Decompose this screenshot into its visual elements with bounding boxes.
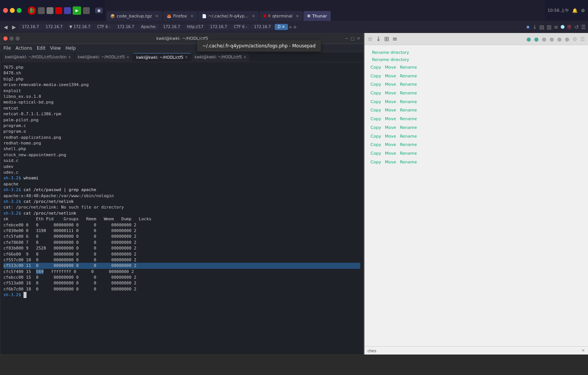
term-tab-3[interactable]: kwkl@kwkl: ~/HODL/ctf5 ✕ [192,53,249,61]
terminal-maximize-win[interactable]: □ [350,36,354,41]
rename-link-6[interactable]: Rename [400,116,417,123]
notification-icon[interactable]: 🔔 [572,8,578,13]
move-link-3[interactable]: Move [385,90,396,97]
addr-tab-http[interactable]: http://17 [184,24,206,30]
copy-link-8[interactable]: Copy [371,133,381,140]
taskbar-icon-1[interactable] [38,7,45,14]
terminal-minimize-win[interactable]: − [345,36,348,41]
forward-button[interactable]: ▶ [11,24,17,31]
terminal-maximize-button[interactable] [16,36,20,41]
rename-directory-link-2[interactable]: Rename directory [371,57,582,63]
minimize-button[interactable] [10,8,15,13]
move-link-5[interactable]: Move [385,107,396,114]
addon-icon-1[interactable]: ● [527,36,531,42]
addr-tab-d[interactable]: D ✕ [275,24,288,30]
rename-link-9[interactable]: Rename [400,141,417,149]
move-link-1[interactable]: Move [385,73,396,80]
menu-right-icon[interactable]: ☰ [580,36,585,42]
rename-directory-link-1[interactable]: Rename directory [371,50,582,55]
menu-help[interactable]: Help [66,46,76,51]
tab-close-icon[interactable]: ✕ [155,14,158,18]
grid-icon[interactable]: ⊞ [384,35,389,42]
browser-tab-code-backup[interactable]: 📦 code_backup.tgz ✕ [106,11,162,21]
addon-icon-5[interactable]: ● [557,36,561,42]
taskbar-icon-4[interactable] [64,7,71,14]
reader-icon[interactable]: ≡ [554,24,558,30]
close-button[interactable] [3,8,8,13]
search-close-icon[interactable]: ✕ [582,348,585,353]
move-link-9[interactable]: Move [385,141,396,149]
bookmark-icon[interactable]: ★ [525,24,530,30]
tab-close-icon[interactable]: ✕ [185,55,188,59]
term-tab-2[interactable]: kwkl@kwkl: ~/HODL/ctf5 ✕ [133,53,191,61]
terminal-close-button[interactable] [3,36,8,41]
sync-icon[interactable]: ↺ [574,24,579,30]
copy-link-7[interactable]: Copy [371,124,381,132]
rename-link-11[interactable]: Rename [400,159,417,166]
menu-icon[interactable]: ☰ [581,24,586,30]
move-link-10[interactable]: Move [385,150,396,157]
tab-close-icon[interactable]: ✕ [296,14,299,18]
terminal-output[interactable]: 7675.php 8478.sh big2.php drive-removabl… [0,62,363,354]
move-link-11[interactable]: Move [385,159,396,166]
taskbar-terminal[interactable]: ◼ [95,8,103,13]
move-link-0[interactable]: Move [385,64,396,71]
rename-link-0[interactable]: Rename [400,64,417,71]
copy-link-4[interactable]: Copy [371,99,381,106]
copy-link-9[interactable]: Copy [371,141,381,149]
browser-tab-qterminal[interactable]: 8 qterminal ✕ [260,11,303,21]
addr-tab-5[interactable]: 172.16.7 [207,24,230,30]
tab-close-icon[interactable]: ✕ [68,55,71,59]
terminal-taskbar-icon[interactable]: ▶ [73,6,81,15]
terminal-minimize-button[interactable] [9,36,14,41]
library-icon[interactable]: ▤ [540,24,544,30]
browser-tab-cache[interactable]: 📄 ~/.cache/.fr-q4yp... ✕ [198,11,259,21]
addon-icon-4[interactable]: ● [549,36,554,42]
menu-actions[interactable]: Actions [16,46,32,51]
rename-link-8[interactable]: Rename [400,133,417,140]
copy-link-11[interactable]: Copy [371,159,381,166]
menu-edit[interactable]: Edit [37,46,45,51]
tab-close-icon[interactable]: ✕ [127,55,130,59]
move-link-8[interactable]: Move [385,133,396,140]
copy-link-6[interactable]: Copy [371,116,381,123]
tab-close-icon[interactable]: ✕ [243,55,246,59]
taskbar-icon-5[interactable] [83,7,90,14]
download-right-icon[interactable]: ↓ [376,35,381,42]
rename-link-5[interactable]: Rename [400,107,417,114]
settings-right-icon[interactable]: ⚙ [572,36,577,42]
kali-icon[interactable]: 🐉 [28,6,36,15]
copy-link-10[interactable]: Copy [371,150,381,157]
addr-tab-0[interactable]: 172.16.7 [19,24,42,30]
browser-tab-firefox[interactable]: 🦊 Firefox ✕ [163,11,197,21]
rename-link-3[interactable]: Rename [400,90,417,97]
copy-link-1[interactable]: Copy [371,73,381,80]
copy-link-0[interactable]: Copy [371,64,381,71]
addr-tab-3[interactable]: 172.16.7 [114,24,138,30]
copy-link-2[interactable]: Copy [371,81,381,88]
taskbar-icon-3[interactable] [55,7,62,14]
addon-icon-2[interactable]: ● [534,36,539,42]
taskbar-icon-2[interactable] [47,7,53,14]
back-button[interactable]: ◀ [2,24,9,31]
addr-tab-2[interactable]: ▼ 172.16.7 [66,24,93,30]
menu-file[interactable]: File [3,46,11,51]
addr-tab-4[interactable]: 172.16.7 [160,24,183,30]
addr-tab-ctf2[interactable]: CTF 6 - [231,24,250,30]
tab-close-icon[interactable]: ✕ [252,14,255,18]
terminal-close-win[interactable]: ✕ [357,36,360,41]
rename-link-1[interactable]: Rename [400,73,417,80]
copy-link-5[interactable]: Copy [371,107,381,114]
addr-tab-1[interactable]: 172.16.7 [43,24,66,30]
new-tab-button[interactable]: + [293,24,297,30]
addr-tab-ctf1[interactable]: CTF 6 - [94,24,113,30]
addr-tab-more[interactable]: » [289,24,292,30]
bookmark-add-icon[interactable]: ☆ [368,35,373,42]
rename-link-2[interactable]: Rename [400,81,417,88]
sidebar-toggle-icon[interactable]: ▥ [547,24,552,30]
move-link-7[interactable]: Move [385,124,396,132]
download-icon[interactable]: ↓ [533,24,537,30]
move-link-6[interactable]: Move [385,116,396,123]
addr-tab-6[interactable]: 172.16.7 [251,24,274,30]
rename-link-10[interactable]: Rename [400,150,417,157]
